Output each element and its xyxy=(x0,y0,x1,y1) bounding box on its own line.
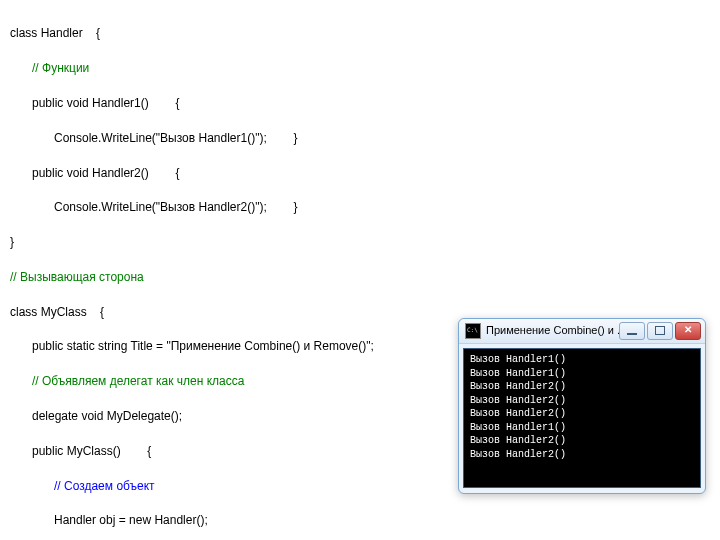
app-icon xyxy=(465,323,481,339)
comment: // Функции xyxy=(32,61,89,75)
code-line: public void Handler1() { xyxy=(32,96,179,110)
window-title: Применение Combine() и ... xyxy=(486,323,619,339)
console-line: Вызов Handler2() xyxy=(470,407,694,421)
code-line: class Handler { xyxy=(10,26,100,40)
console-line: Вызов Handler1() xyxy=(470,421,694,435)
code-line: Handler obj = new Handler(); xyxy=(54,513,208,527)
code-line: public MyClass() { xyxy=(32,444,151,458)
console-line: Вызов Handler2() xyxy=(470,394,694,408)
code-line: class MyClass { xyxy=(10,305,104,319)
console-line: Вызов Handler1() xyxy=(470,367,694,381)
code-line: Console.WriteLine("Вызов Handler1()"); } xyxy=(54,131,297,145)
code-line: Console.WriteLine("Вызов Handler2()"); } xyxy=(54,200,297,214)
comment: // Создаем объект xyxy=(54,479,155,493)
console-line: Вызов Handler2() xyxy=(470,434,694,448)
console-line: Вызов Handler1() xyxy=(470,353,694,367)
code-line: delegate void MyDelegate(); xyxy=(32,409,182,423)
console-line: Вызов Handler2() xyxy=(470,448,694,462)
console-window: Применение Combine() и ... Вызов Handler… xyxy=(458,318,706,494)
maximize-button[interactable] xyxy=(647,322,673,340)
close-button[interactable] xyxy=(675,322,701,340)
code-line: public void Handler2() { xyxy=(32,166,179,180)
titlebar[interactable]: Применение Combine() и ... xyxy=(459,319,705,344)
code-line: } xyxy=(10,235,14,249)
console-output: Вызов Handler1() Вызов Handler1() Вызов … xyxy=(463,348,701,488)
comment: // Вызывающая сторона xyxy=(10,270,144,284)
minimize-button[interactable] xyxy=(619,322,645,340)
code-line: public static string Title = "Применение… xyxy=(32,339,374,353)
comment: // Объявляем делегат как член класса xyxy=(32,374,244,388)
console-line: Вызов Handler2() xyxy=(470,380,694,394)
